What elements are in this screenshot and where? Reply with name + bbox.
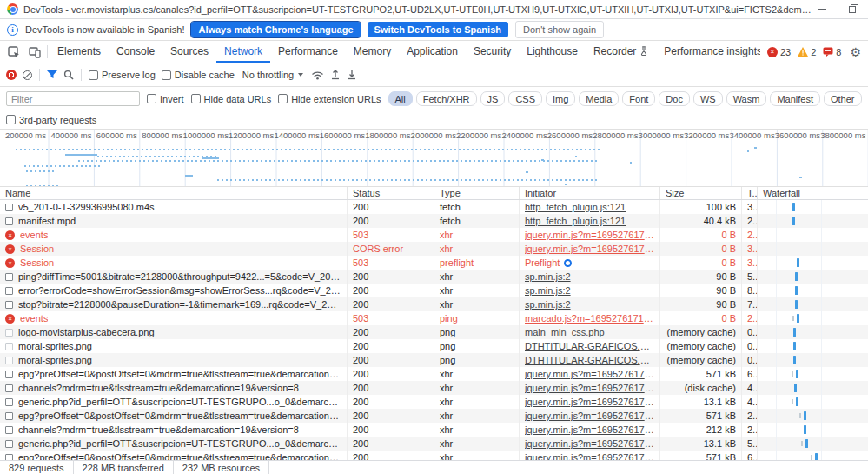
initiator-link[interactable]: http_fetch_plugin.js:121: [525, 216, 626, 226]
pill-img[interactable]: Img: [546, 91, 575, 106]
tab-elements[interactable]: Elements: [50, 41, 109, 63]
pill-fetch-xhr[interactable]: Fetch/XHR: [416, 91, 477, 106]
throttling-dropdown[interactable]: No throttling: [241, 70, 305, 80]
preserve-log-checkbox[interactable]: Preserve log: [89, 70, 156, 80]
export-har-icon[interactable]: [347, 70, 357, 80]
request-row[interactable]: ×events503xhrjquery.min.js?m=1695276171:…: [0, 228, 868, 242]
request-row[interactable]: ×events503pingmarcado.js?m=1695276171:89…: [0, 311, 868, 325]
request-row[interactable]: moral-sprites.png200pngDTHTITULAR-GRAFIC…: [0, 353, 868, 367]
filter-input[interactable]: [6, 91, 140, 106]
filter-toggle-icon[interactable]: [47, 70, 57, 80]
initiator-link[interactable]: main_min_css.php: [525, 327, 605, 337]
third-party-checkbox[interactable]: 3rd-party requests: [6, 115, 96, 125]
column-header-size[interactable]: Size: [660, 187, 742, 199]
initiator-link[interactable]: DTHTITULAR-GRAFICOS.css: [525, 341, 654, 351]
tab-application[interactable]: Application: [399, 41, 466, 63]
pill-doc[interactable]: Doc: [659, 91, 690, 106]
request-row[interactable]: ping?diffTime=5001&bitrate=2128000&throu…: [0, 270, 868, 284]
issues-count-badge[interactable]: 8: [823, 47, 841, 57]
network-overview[interactable]: 200000 ms400000 ms600000 ms800000 ms1000…: [0, 130, 868, 187]
request-row[interactable]: stop?bitrate=2128000&pauseDuration=-1&ti…: [0, 297, 868, 311]
tab-performance-insights[interactable]: Performance insights: [656, 41, 760, 63]
initiator-link[interactable]: jquery.min.js?m=1695276171:2: [525, 397, 654, 407]
column-header-name[interactable]: Name: [0, 187, 348, 199]
column-header-type[interactable]: Type: [434, 187, 520, 199]
hide-extension-urls-checkbox[interactable]: Hide extension URLs: [278, 94, 381, 104]
initiator-link[interactable]: jquery.min.js?m=1695276171:2: [525, 411, 654, 421]
record-button[interactable]: [6, 70, 17, 80]
column-header-initiator[interactable]: Initiator: [520, 187, 660, 199]
initiator-link[interactable]: sp.min.js:2: [525, 285, 571, 296]
request-row[interactable]: generic.php?id_perfil=OTT&suscripcion=UT…: [0, 395, 868, 409]
switch-spanish-button[interactable]: Switch DevTools to Spanish: [368, 22, 508, 37]
initiator-link[interactable]: jquery.min.js?m=1695276171:2: [525, 383, 654, 393]
tab-network[interactable]: Network: [216, 41, 270, 63]
waterfall-bar: [794, 384, 797, 392]
pill-css[interactable]: CSS: [508, 91, 542, 106]
match-language-button[interactable]: Always match Chrome's language: [191, 22, 360, 37]
column-header-t[interactable]: T...: [742, 187, 758, 199]
request-row[interactable]: logo-movistarplus-cabecera.png200pngmain…: [0, 325, 868, 339]
pill-media[interactable]: Media: [579, 91, 619, 106]
tab-security[interactable]: Security: [466, 41, 519, 63]
request-row[interactable]: generic.php?id_perfil=OTT&suscripcion=UT…: [0, 437, 868, 451]
initiator-link[interactable]: marcado.js?m=1695276171:894: [525, 313, 654, 324]
initiator-link[interactable]: sp.min.js:2: [525, 271, 571, 282]
tab-sources[interactable]: Sources: [162, 41, 216, 63]
initiator-link[interactable]: DTHTITULAR-GRAFICOS.css: [525, 355, 654, 365]
clear-button[interactable]: [23, 70, 32, 80]
minimize-button[interactable]: [818, 9, 826, 10]
initiator-link[interactable]: jquery.min.js?m=1695276171:2: [525, 438, 654, 449]
device-toolbar-icon[interactable]: [24, 41, 45, 63]
request-row[interactable]: manifest.mpd200fetchhttp_fetch_plugin.js…: [0, 214, 868, 228]
pill-ws[interactable]: WS: [693, 91, 723, 106]
request-row[interactable]: error?errorCode=showErrorSession&msg=sho…: [0, 284, 868, 297]
disable-cache-checkbox[interactable]: Disable cache: [162, 70, 235, 80]
request-row[interactable]: ×SessionCORS errorxhrjquery.min.js?m=169…: [0, 242, 868, 256]
column-header-status[interactable]: Status: [348, 187, 434, 199]
pill-font[interactable]: Font: [622, 91, 655, 106]
request-row[interactable]: epg?preOffset=0&postOffset=0&mdrm=true&t…: [0, 451, 868, 460]
settings-gear-icon[interactable]: ⚙: [848, 41, 868, 63]
preflight-info-icon[interactable]: [564, 259, 572, 267]
tab-recorder[interactable]: Recorder: [586, 41, 656, 63]
request-row[interactable]: ×Session503preflightPreflight0 B3...: [0, 256, 868, 270]
tab-label: Application: [407, 45, 458, 57]
initiator-link[interactable]: jquery.min.js?m=1695276171:2: [525, 230, 654, 240]
hide-data-urls-checkbox[interactable]: Hide data URLs: [191, 94, 272, 104]
column-header-waterfall[interactable]: Waterfall: [758, 187, 868, 199]
tab-memory[interactable]: Memory: [346, 41, 399, 63]
error-count-badge[interactable]: × 23: [767, 47, 791, 57]
network-conditions-icon[interactable]: [311, 70, 324, 80]
tab-console[interactable]: Console: [109, 41, 162, 63]
pill-wasm[interactable]: Wasm: [726, 91, 767, 106]
initiator-link[interactable]: sp.min.js:2: [525, 299, 571, 310]
request-row[interactable]: moral-sprites.png200pngDTHTITULAR-GRAFIC…: [0, 339, 868, 353]
pill-js[interactable]: JS: [480, 91, 506, 106]
initiator-link[interactable]: Preflight: [525, 257, 560, 268]
request-row[interactable]: epg?preOffset=0&postOffset=0&mdrm=true&t…: [0, 367, 868, 381]
search-icon[interactable]: [63, 70, 74, 80]
initiator-link[interactable]: http_fetch_plugin.js:121: [525, 202, 626, 212]
pill-all[interactable]: All: [388, 91, 413, 106]
initiator-link[interactable]: jquery.min.js?m=1695276171:2: [525, 452, 654, 460]
initiator-link[interactable]: jquery.min.js?m=1695276171:2: [525, 424, 654, 435]
request-row[interactable]: channels?mdrm=true&tlsstream=true&demarc…: [0, 381, 868, 395]
initiator-link[interactable]: jquery.min.js?m=1695276171:2: [525, 244, 654, 254]
request-size: (disk cache): [685, 383, 736, 393]
request-row[interactable]: channels?mdrm=true&tlsstream=true&demarc…: [0, 423, 868, 437]
initiator-link[interactable]: jquery.min.js?m=1695276171:2: [525, 369, 654, 379]
dont-show-again-button[interactable]: Don't show again: [515, 21, 604, 38]
tab-performance[interactable]: Performance: [270, 41, 346, 63]
tab-lighthouse[interactable]: Lighthouse: [519, 41, 586, 63]
import-har-icon[interactable]: [330, 70, 341, 80]
restore-button[interactable]: [849, 6, 856, 13]
request-row[interactable]: epg?preOffset=0&postOffset=0&mdrm=true&t…: [0, 409, 868, 423]
pill-other[interactable]: Other: [824, 91, 862, 106]
pill-manifest[interactable]: Manifest: [770, 91, 820, 106]
request-row[interactable]: v5_201-0-T-329936995080.m4s200fetchhttp_…: [0, 200, 868, 214]
waterfall-bar: [793, 342, 796, 350]
inspect-element-icon[interactable]: [3, 41, 24, 63]
invert-checkbox[interactable]: Invert: [147, 94, 184, 104]
warning-count-badge[interactable]: 2: [798, 47, 816, 57]
